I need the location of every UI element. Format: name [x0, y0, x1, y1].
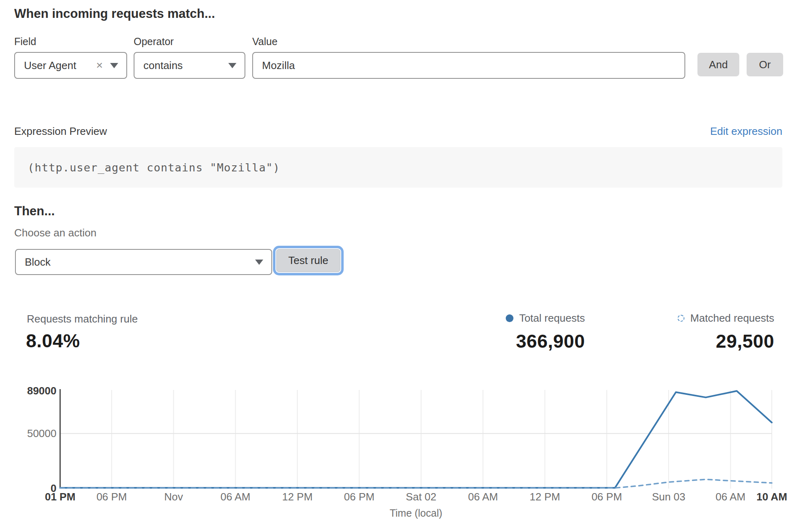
svg-text:06 AM: 06 AM [716, 491, 746, 503]
svg-text:50000: 50000 [27, 427, 56, 439]
choose-action-label: Choose an action [14, 227, 96, 239]
or-button[interactable]: Or [747, 53, 783, 76]
svg-text:Sun 03: Sun 03 [652, 491, 685, 503]
clear-field-icon[interactable]: × [96, 60, 103, 71]
svg-text:06 PM: 06 PM [96, 491, 127, 503]
chevron-down-icon [228, 63, 236, 68]
svg-text:Sat 02: Sat 02 [406, 491, 436, 503]
operator-select-value: contains [134, 59, 228, 72]
edit-expression-link[interactable]: Edit expression [710, 125, 782, 138]
svg-text:Nov: Nov [164, 491, 183, 503]
matched-requests-legend-icon [678, 315, 684, 322]
svg-text:12 PM: 12 PM [530, 491, 560, 503]
svg-text:06 PM: 06 PM [344, 491, 375, 503]
svg-text:Time (local): Time (local) [390, 507, 442, 519]
svg-text:01 PM: 01 PM [45, 491, 75, 503]
expression-code: (http.user_agent contains "Mozilla") [14, 161, 280, 174]
expression-preview-label: Expression Preview [14, 125, 107, 138]
total-requests-label: Total requests [519, 312, 585, 325]
requests-chart: 8900050000001 PM06 PMNov06 AM12 PM06 PMS… [0, 382, 812, 526]
svg-text:06 AM: 06 AM [221, 491, 251, 503]
requests-matching-value: 8.04% [26, 330, 80, 352]
chevron-down-icon [255, 260, 263, 265]
svg-text:06 AM: 06 AM [468, 491, 498, 503]
expression-code-box: (http.user_agent contains "Mozilla") [14, 147, 782, 188]
matched-requests-value: 29,500 [656, 330, 774, 352]
field-label: Field [14, 36, 36, 48]
total-requests-value: 366,900 [467, 330, 585, 352]
matched-requests-label: Matched requests [690, 312, 774, 325]
matched-requests-stat: Matched requests 29,500 [656, 312, 774, 352]
value-label: Value [252, 36, 277, 48]
page-title: When incoming requests match... [14, 6, 215, 21]
svg-text:12 PM: 12 PM [282, 491, 312, 503]
svg-text:06 PM: 06 PM [591, 491, 622, 503]
svg-text:89000: 89000 [27, 385, 56, 397]
field-select[interactable]: User Agent × [14, 52, 127, 79]
action-select-value: Block [16, 256, 255, 268]
action-select[interactable]: Block [15, 249, 272, 275]
requests-matching-label: Requests matching rule [27, 313, 138, 325]
operator-select[interactable]: contains [134, 52, 245, 79]
then-heading: Then... [14, 204, 55, 219]
value-input[interactable] [252, 52, 685, 79]
and-button[interactable]: And [697, 53, 739, 76]
svg-text:10 AM: 10 AM [756, 491, 787, 503]
field-select-value: User Agent [15, 59, 96, 72]
total-requests-stat: Total requests 366,900 [467, 312, 585, 352]
chevron-down-icon [110, 63, 118, 68]
operator-label: Operator [134, 36, 174, 48]
total-requests-legend-icon [506, 314, 513, 322]
test-rule-button[interactable]: Test rule [276, 249, 340, 272]
